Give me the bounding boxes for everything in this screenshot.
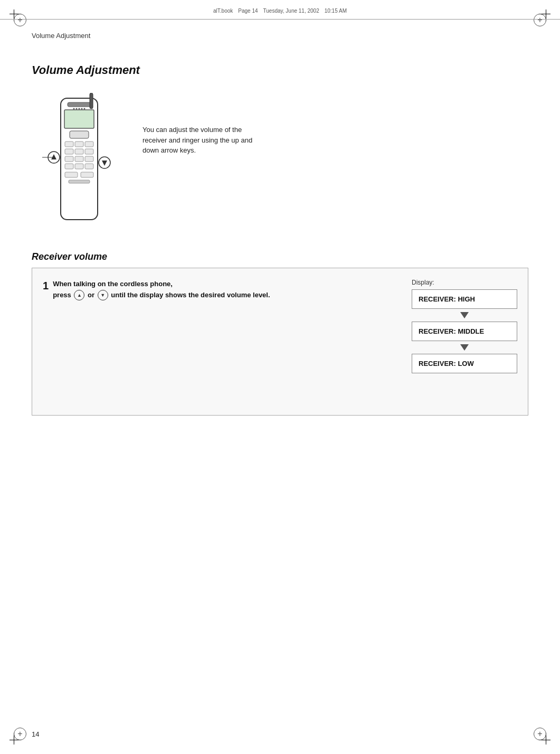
arrow-connector-2	[412, 341, 517, 354]
svg-rect-10	[75, 142, 83, 147]
main-content: Volume Adjustment	[32, 42, 528, 722]
svg-point-5	[79, 108, 80, 110]
phone-svg	[32, 93, 127, 230]
step-or-label: or	[88, 291, 94, 299]
display-middle: RECEIVER: MIDDLE	[412, 322, 517, 341]
file-info-bar: alT.book Page 14 Tuesday, June 11, 2002 …	[0, 7, 560, 20]
svg-rect-17	[85, 156, 93, 162]
phone-description: You can adjust the volume of the receive…	[143, 125, 259, 156]
instruction-box: 1 When talking on the cordless phone, pr…	[32, 268, 528, 416]
step-text: When talking on the cordless phone, pres…	[53, 279, 396, 301]
svg-rect-16	[75, 156, 83, 162]
svg-rect-24	[90, 93, 93, 109]
svg-rect-15	[65, 156, 73, 162]
svg-rect-13	[75, 149, 83, 154]
page-number: 14	[32, 730, 39, 738]
svg-point-4	[76, 108, 78, 110]
display-low: RECEIVER: LOW	[412, 354, 517, 373]
down-arrow-indicator-1	[460, 312, 469, 318]
phone-illustration	[32, 93, 127, 230]
svg-rect-9	[65, 142, 73, 147]
svg-rect-19	[75, 164, 83, 169]
svg-rect-8	[70, 131, 89, 138]
svg-rect-2	[64, 110, 94, 128]
receiver-section-heading: Receiver volume	[32, 251, 528, 262]
display-high: RECEIVER: HIGH	[412, 289, 517, 309]
display-label: Display:	[412, 279, 517, 286]
step-number: 1	[43, 280, 49, 292]
instruction-left: 1 When talking on the cordless phone, pr…	[43, 279, 396, 404]
svg-rect-22	[81, 172, 93, 177]
svg-rect-11	[85, 142, 93, 147]
step-text-bold1: When talking on the cordless phone,	[53, 280, 173, 288]
step-text-press: press ▲ or ▼ until the display shows the…	[53, 291, 270, 299]
down-arrow-indicator-2	[460, 344, 469, 351]
svg-rect-14	[85, 149, 93, 154]
svg-rect-12	[65, 149, 73, 154]
svg-rect-20	[85, 164, 93, 169]
crosshair-bl	[14, 728, 26, 740]
down-arrow-button[interactable]: ▼	[98, 290, 108, 300]
svg-point-6	[81, 108, 83, 110]
svg-point-7	[84, 108, 86, 110]
svg-point-3	[73, 108, 75, 110]
section-label: Volume Adjustment	[32, 32, 90, 40]
svg-rect-18	[65, 164, 73, 169]
crosshair-br	[534, 728, 546, 740]
svg-rect-23	[69, 180, 90, 183]
arrow-connector-1	[412, 309, 517, 322]
main-heading: Volume Adjustment	[32, 63, 528, 77]
phone-area: You can adjust the volume of the receive…	[32, 93, 528, 230]
step-text-end: until the display shows the desired volu…	[111, 291, 270, 299]
svg-rect-1	[68, 102, 91, 107]
svg-rect-21	[65, 172, 78, 177]
step-press-label: press	[53, 291, 71, 299]
up-arrow-button[interactable]: ▲	[74, 290, 84, 300]
instruction-right: Display: RECEIVER: HIGH RECEIVER: MIDDLE…	[412, 279, 517, 404]
